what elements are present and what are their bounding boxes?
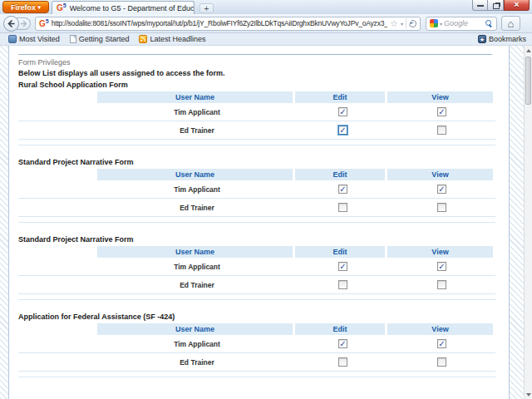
edit-checkbox[interactable]: [338, 185, 347, 194]
search-input[interactable]: ▾ Google: [426, 17, 497, 31]
user-name: Ed Trainer: [97, 126, 297, 135]
view-checkbox[interactable]: [437, 185, 446, 194]
content-top-border: [18, 54, 492, 55]
user-name: Ed Trainer: [97, 358, 297, 367]
column-header-edit: Edit: [295, 246, 385, 258]
bookmarks-menu-button[interactable]: ★ Bookmarks: [478, 35, 526, 43]
table-row: Ed Trainer: [18, 353, 495, 372]
bookmark-label: Getting Started: [79, 35, 130, 43]
back-button[interactable]: [3, 16, 19, 32]
table-row: Tim Applicant: [18, 180, 495, 199]
user-name: Tim Applicant: [97, 185, 297, 194]
page-description: Below List displays all users assigned t…: [18, 69, 225, 77]
column-header-view: View: [387, 91, 493, 103]
user-name: Tim Applicant: [97, 263, 297, 271]
view-checkbox[interactable]: [437, 262, 446, 271]
search-icon[interactable]: [485, 19, 493, 27]
column-header-blank: [18, 323, 97, 335]
edit-checkbox[interactable]: [338, 339, 347, 348]
user-name: Ed Trainer: [97, 281, 297, 289]
google-logo-icon[interactable]: [430, 19, 438, 27]
column-header-username: User Name: [97, 323, 293, 335]
back-arrow-icon: [7, 19, 16, 28]
scroll-up-button[interactable]: [525, 46, 532, 55]
right-margin-hatch: [509, 46, 524, 399]
scroll-down-button[interactable]: [525, 390, 532, 399]
privileges-table: User Name Edit View Tim Applicant Ed Tra…: [18, 323, 495, 377]
column-header-view: View: [387, 246, 493, 258]
section-title: Application for Federal Assistance (SF -…: [18, 313, 504, 323]
reload-icon[interactable]: [408, 18, 418, 28]
privileges-table: User Name Edit View Tim Applicant Ed Tra…: [18, 169, 495, 223]
section-title: Rural School Application Form: [18, 81, 504, 91]
view-checkbox[interactable]: [437, 280, 446, 289]
search-engine-caret-icon[interactable]: ▾: [440, 21, 442, 27]
column-header-username: User Name: [97, 246, 293, 258]
home-button[interactable]: ⌂: [501, 16, 520, 31]
table-row: Ed Trainer: [18, 199, 495, 217]
column-header-username: User Name: [97, 91, 293, 103]
table-row: Tim Applicant: [18, 335, 495, 353]
edit-checkbox[interactable]: [338, 126, 347, 135]
scrollbar-thumb[interactable]: [525, 57, 531, 105]
chevron-down-icon: ▾: [38, 4, 42, 10]
arrow-down-icon: [526, 393, 531, 399]
privileges-table: User Name Edit View Tim Applicant Ed Tra…: [18, 246, 495, 300]
g5-site-favicon: G5: [39, 18, 49, 28]
view-checkbox[interactable]: [437, 357, 446, 367]
bookmark-item-latest-headlines[interactable]: Latest Headlines: [136, 35, 208, 43]
bookmarks-toolbar: Most Visited Getting Started Latest Head…: [0, 33, 532, 46]
view-checkbox[interactable]: [437, 203, 446, 212]
page-viewport: Form Privileges Below List displays all …: [0, 46, 532, 399]
form-section: Rural School Application Form User Name …: [18, 81, 504, 145]
view-checkbox[interactable]: [437, 339, 446, 348]
column-header-edit: Edit: [295, 323, 385, 335]
tab-title: Welcome to G5 - Department of Educati...: [70, 4, 195, 12]
vertical-scrollbar[interactable]: [524, 46, 532, 399]
table-row: Ed Trainer: [18, 276, 495, 294]
bookmark-label: Latest Headlines: [150, 35, 205, 43]
page-icon: [70, 35, 76, 43]
edit-checkbox[interactable]: [338, 280, 347, 289]
table-row: Tim Applicant: [18, 258, 495, 276]
column-header-edit: Edit: [295, 169, 385, 180]
page-heading: Form Privileges: [18, 58, 71, 66]
minimize-button[interactable]: [472, 0, 488, 11]
restore-button[interactable]: [488, 0, 504, 11]
url-dropdown-caret-icon[interactable]: ▾: [401, 21, 403, 27]
page-content: Form Privileges Below List displays all …: [10, 46, 509, 399]
firefox-menu-button[interactable]: Firefox ▾: [2, 1, 49, 13]
edit-checkbox[interactable]: [338, 262, 347, 271]
table-header-row: User Name Edit View: [18, 323, 495, 335]
bookmark-item-most-visited[interactable]: Most Visited: [6, 35, 62, 43]
edit-checkbox[interactable]: [338, 357, 347, 367]
column-header-username: User Name: [97, 169, 293, 180]
bookmark-item-getting-started[interactable]: Getting Started: [67, 35, 132, 43]
table-header-row: User Name Edit View: [18, 246, 495, 258]
navigation-toolbar: G5 http://sodalite:8081/ssoINT/wps/mypor…: [0, 14, 532, 33]
search-placeholder: Google: [444, 19, 483, 27]
g5-favicon: G5: [57, 2, 66, 12]
user-name: Tim Applicant: [97, 108, 297, 116]
user-name: Ed Trainer: [97, 204, 297, 212]
edit-checkbox[interactable]: [338, 107, 347, 116]
url-input[interactable]: G5 http://sodalite:8081/ssoINT/wps/mypor…: [35, 17, 421, 31]
form-sections: Rural School Application Form User Name …: [18, 81, 504, 390]
bookmarks-button-label: Bookmarks: [489, 35, 526, 43]
browser-window: Firefox ▾ G5 Welcome to G5 - Department …: [0, 0, 532, 399]
close-button[interactable]: [504, 0, 530, 11]
bookmark-star-icon[interactable]: ☆: [390, 19, 398, 28]
edit-checkbox[interactable]: [338, 203, 347, 212]
column-header-blank: [18, 91, 97, 103]
user-name: Tim Applicant: [97, 340, 297, 348]
bookmarks-icon: ★: [478, 35, 486, 43]
view-checkbox[interactable]: [437, 126, 446, 135]
feed-icon: [139, 35, 147, 43]
new-tab-button[interactable]: +: [200, 3, 214, 13]
tab-welcome-g5[interactable]: G5 Welcome to G5 - Department of Educati…: [52, 1, 195, 14]
table-row: Ed Trainer: [18, 121, 495, 140]
form-section: Standard Project Narrative Form User Nam…: [18, 158, 504, 223]
left-margin-hatch: [0, 46, 9, 399]
firefox-menu-label: Firefox: [11, 3, 36, 12]
view-checkbox[interactable]: [437, 107, 446, 116]
